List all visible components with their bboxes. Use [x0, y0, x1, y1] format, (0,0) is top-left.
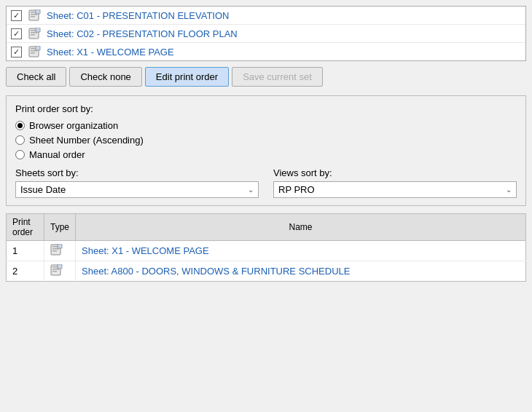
- radio-circle-sheet_number[interactable]: [15, 135, 25, 145]
- radio-circle-manual[interactable]: [15, 150, 25, 159]
- svg-rect-9: [36, 28, 40, 32]
- svg-rect-23: [52, 271, 57, 272]
- radio-label-browser: Browser organization: [29, 120, 118, 131]
- sheets-sort-group: Sheets sort by: Issue Date ⌄: [15, 167, 259, 198]
- sheet-item-c02[interactable]: ✓ Sheet: C02 - PRESENTATION FLOOR PLAN: [7, 25, 525, 43]
- check-none-button[interactable]: Check none: [69, 67, 141, 87]
- col-header-order: Print order: [7, 214, 44, 241]
- svg-rect-3: [31, 16, 35, 17]
- sort-row: Sheets sort by: Issue Date ⌄ Views sort …: [15, 167, 517, 198]
- radio-item-sheet_number[interactable]: Sheet Number (Ascending): [15, 135, 517, 146]
- svg-rect-4: [36, 9, 40, 14]
- sheet-checkbox-c01[interactable]: ✓: [11, 10, 22, 21]
- svg-rect-18: [52, 250, 57, 252]
- cell-type: [44, 261, 76, 282]
- views-sort-chevron-icon: ⌄: [506, 186, 512, 194]
- sheet-item-x1[interactable]: ✓ Sheet: X1 - WELCOME PAGE: [7, 43, 525, 60]
- table-row: 2 Sheet: A800 - DOORS, WINDOWS & FURNITU…: [7, 261, 526, 282]
- views-sort-label: Views sort by:: [273, 167, 517, 178]
- sheet-checkbox-x1[interactable]: ✓: [11, 47, 22, 58]
- cell-name: Sheet: A800 - DOORS, WINDOWS & FURNITURE…: [76, 261, 526, 282]
- radio-label-manual: Manual order: [29, 149, 85, 160]
- radio-item-manual[interactable]: Manual order: [15, 149, 517, 160]
- col-header-name: Name: [76, 214, 526, 241]
- views-sort-value: RP PRO: [278, 184, 315, 195]
- svg-rect-24: [58, 264, 62, 269]
- sheet-name-c02: Sheet: C02 - PRESENTATION FLOOR PLAN: [47, 28, 238, 39]
- col-header-type: Type: [44, 214, 76, 241]
- radio-item-browser[interactable]: Browser organization: [15, 120, 517, 131]
- svg-rect-19: [58, 244, 62, 248]
- views-sort-select[interactable]: RP PRO ⌄: [273, 181, 517, 198]
- cell-type: [44, 241, 76, 261]
- sheet-list-panel: ✓ Sheet: C01 - PRESENTATION ELEVATION✓ S…: [6, 6, 526, 61]
- radio-label-sheet_number: Sheet Number (Ascending): [29, 135, 144, 146]
- sheet-item-c01[interactable]: ✓ Sheet: C01 - PRESENTATION ELEVATION: [7, 7, 525, 25]
- check-all-button[interactable]: Check all: [6, 67, 66, 87]
- svg-rect-14: [36, 46, 40, 50]
- sheet-doc-icon: [28, 9, 42, 22]
- edit-print-order-button[interactable]: Edit print order: [145, 67, 229, 87]
- sheets-sort-label: Sheets sort by:: [15, 167, 259, 178]
- cell-order: 2: [7, 261, 44, 282]
- button-bar: Check all Check none Edit print order Sa…: [0, 61, 532, 92]
- sheet-name-c01: Sheet: C01 - PRESENTATION ELEVATION: [47, 10, 229, 21]
- sheet-doc-icon: [28, 45, 42, 58]
- cell-order: 1: [7, 241, 44, 261]
- print-order-table: Print order Type Name 1 Sheet: X1 - WELC…: [6, 213, 526, 282]
- svg-rect-13: [31, 52, 35, 54]
- sheet-name-x1: Sheet: X1 - WELCOME PAGE: [47, 47, 174, 58]
- radio-circle-browser[interactable]: [15, 121, 25, 130]
- cell-name: Sheet: X1 - WELCOME PAGE: [76, 241, 526, 261]
- radio-group: Browser organizationSheet Number (Ascend…: [15, 120, 517, 160]
- sheets-sort-chevron-icon: ⌄: [248, 186, 254, 194]
- sheets-sort-select[interactable]: Issue Date ⌄: [15, 181, 259, 198]
- sheet-doc-icon: [28, 27, 42, 40]
- print-order-section: Print order sort by: Browser organizatio…: [6, 95, 526, 206]
- table-row: 1 Sheet: X1 - WELCOME PAGE: [7, 241, 526, 261]
- svg-rect-8: [31, 34, 35, 36]
- save-current-set-button[interactable]: Save current set: [232, 67, 323, 87]
- sheet-checkbox-c02[interactable]: ✓: [11, 28, 22, 39]
- print-order-title: Print order sort by:: [15, 103, 517, 114]
- sheets-sort-value: Issue Date: [20, 184, 66, 195]
- views-sort-group: Views sort by: RP PRO ⌄: [273, 167, 517, 198]
